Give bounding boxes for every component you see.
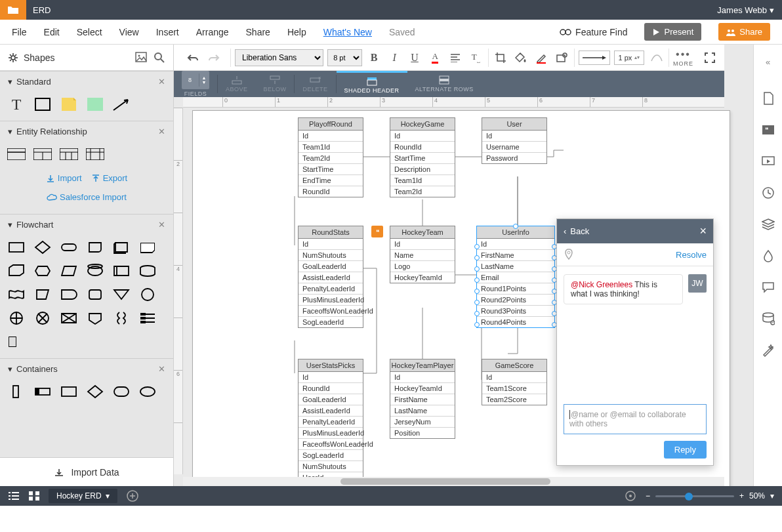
entity-field[interactable]: LastName <box>390 405 455 416</box>
pin-icon[interactable] <box>564 249 574 260</box>
erd-import-link[interactable]: Import <box>46 173 82 183</box>
close-icon[interactable]: ✕ <box>158 364 165 374</box>
entity-field[interactable]: FirstName <box>477 249 554 260</box>
entity-field[interactable]: GoalLeaderId <box>298 260 363 272</box>
entity-field[interactable]: Team2Id <box>390 186 455 197</box>
undo-button[interactable] <box>184 49 201 66</box>
layers-icon[interactable] <box>760 216 776 232</box>
entity-field[interactable]: PlusMinusLeaderId <box>298 427 363 438</box>
entity-user[interactable]: UserIdUsernamePassword <box>482 117 547 164</box>
comment-indicator-icon[interactable]: ❝ <box>371 226 383 237</box>
flowchart-shape[interactable] <box>7 333 26 350</box>
insert-above[interactable]: ABOVE <box>218 71 256 97</box>
flowchart-shape[interactable] <box>112 262 131 279</box>
scrollbar-horizontal[interactable] <box>183 477 724 486</box>
entity-field[interactable]: NumShutouts <box>298 460 363 472</box>
comment-back-button[interactable]: ‹ Back <box>564 226 589 236</box>
close-icon[interactable]: × <box>699 224 707 238</box>
entity-field[interactable]: Team1Score <box>482 382 546 394</box>
container-shape[interactable] <box>85 383 105 400</box>
font-select[interactable]: Liberation Sans <box>235 49 323 66</box>
flowchart-shape[interactable] <box>59 286 79 303</box>
align-button[interactable] <box>447 49 464 66</box>
comment-icon[interactable]: ❝ <box>760 122 776 138</box>
flowchart-shape[interactable] <box>7 262 26 279</box>
entity-field[interactable]: RoundId <box>298 186 363 197</box>
feature-find[interactable]: Feature Find <box>560 27 627 37</box>
flowchart-shape[interactable] <box>85 262 105 279</box>
entity-field[interactable]: HockeyTeamId <box>390 272 455 283</box>
flowchart-shape[interactable] <box>138 262 157 279</box>
entity-field[interactable]: Id <box>390 239 455 249</box>
flowchart-shape[interactable] <box>138 310 157 327</box>
text-shape[interactable]: T <box>7 96 26 113</box>
history-icon[interactable] <box>760 185 776 201</box>
section-head-standard[interactable]: ▾Standard ✕ <box>0 72 173 92</box>
entity-hockeyteamplayer[interactable]: HockeyTeamPlayerIdHockeyTeamIdFirstNameL… <box>390 359 455 439</box>
entity-field[interactable]: Id <box>298 131 363 141</box>
section-head-erd[interactable]: ▾Entity Relationship ✕ <box>0 121 173 142</box>
entity-field[interactable]: Email <box>477 272 554 283</box>
chat-icon[interactable] <box>760 279 776 295</box>
image-icon[interactable] <box>135 52 147 62</box>
container-shape[interactable] <box>33 383 52 400</box>
underline-button[interactable]: U <box>407 49 423 66</box>
bold-button[interactable]: B <box>366 49 382 66</box>
zoom-out-icon[interactable]: − <box>646 491 650 501</box>
entity-field[interactable]: FirstName <box>390 394 455 405</box>
flowchart-shape[interactable] <box>112 239 131 256</box>
entity-field[interactable]: FaceoffsWonLeaderId <box>298 305 363 316</box>
entity-field[interactable]: NumShutouts <box>298 249 363 260</box>
erd-table-4[interactable] <box>85 146 105 163</box>
document-title[interactable]: ERD <box>26 5 57 15</box>
entity-field[interactable]: Team1Id <box>390 174 455 186</box>
flowchart-shape[interactable] <box>85 239 105 256</box>
entity-field[interactable]: Team2Id <box>298 152 363 163</box>
flowchart-shape[interactable] <box>7 239 26 256</box>
entity-field[interactable]: Round4Points <box>477 316 554 327</box>
entity-field[interactable]: SogLeaderId <box>298 449 363 460</box>
fill-button[interactable] <box>513 49 529 66</box>
entity-field[interactable]: Logo <box>390 260 455 272</box>
entity-field[interactable]: Id <box>390 372 455 382</box>
list-view-icon[interactable] <box>8 491 20 501</box>
note-shape[interactable] <box>59 96 79 113</box>
page-icon[interactable] <box>760 91 776 106</box>
entity-field[interactable]: GoalLeaderId <box>298 394 363 405</box>
erd-export-link[interactable]: Export <box>91 173 128 183</box>
entity-field[interactable]: StartTime <box>298 163 363 174</box>
flowchart-shape[interactable] <box>85 310 105 327</box>
erd-table-2[interactable] <box>33 146 52 163</box>
flowchart-shape[interactable] <box>33 286 52 303</box>
entity-field[interactable]: RoundId <box>298 382 363 394</box>
close-icon[interactable]: ✕ <box>158 77 165 87</box>
zoom-slider[interactable] <box>655 495 734 497</box>
shape-options-button[interactable] <box>554 49 570 66</box>
font-color-button[interactable]: A <box>427 49 443 66</box>
line-width-input[interactable]: 1 px▴▾ <box>614 51 644 65</box>
comment-input[interactable]: @name or @email to collaborate with othe… <box>564 404 707 434</box>
flowchart-shape[interactable] <box>59 310 79 327</box>
more-button[interactable]: •••MORE <box>673 49 693 67</box>
fields-count[interactable]: 8 ▲▼ FIELDS <box>174 71 217 97</box>
menu-view[interactable]: View <box>119 27 139 37</box>
arrow-shape[interactable] <box>112 96 131 113</box>
flowchart-shape[interactable] <box>7 310 26 327</box>
flowchart-shape[interactable] <box>7 286 26 303</box>
entity-field[interactable]: Id <box>477 239 554 249</box>
alternate-rows[interactable]: ALTERNATE ROWS <box>407 71 482 97</box>
ink-icon[interactable] <box>760 248 776 264</box>
menu-insert[interactable]: Insert <box>156 27 179 37</box>
entity-field[interactable]: SogLeaderId <box>298 316 363 327</box>
entity-field[interactable]: Name <box>390 249 455 260</box>
entity-field[interactable]: Id <box>298 239 363 249</box>
gear-icon[interactable] <box>8 52 18 63</box>
line-options-button[interactable] <box>648 49 665 66</box>
section-head-flowchart[interactable]: ▾Flowchart ✕ <box>0 215 173 235</box>
entity-field[interactable]: Id <box>482 372 546 382</box>
import-data-button[interactable]: Import Data <box>0 457 173 486</box>
flowchart-shape[interactable] <box>33 239 52 256</box>
section-head-containers[interactable]: ▾Containers ✕ <box>0 359 173 379</box>
menu-select[interactable]: Select <box>77 27 102 37</box>
redo-button[interactable] <box>205 49 222 66</box>
